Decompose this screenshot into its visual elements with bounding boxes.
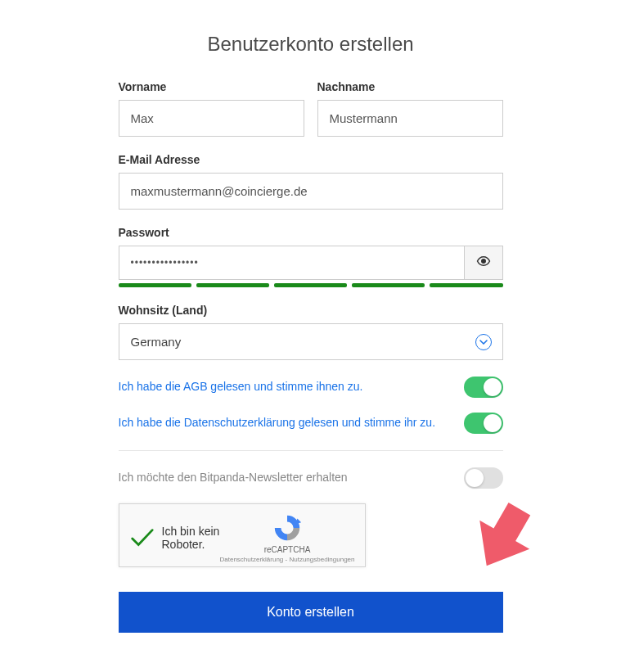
svg-point-0 (481, 259, 485, 264)
agb-toggle-label[interactable]: Ich habe die AGB gelesen und stimme ihne… (119, 379, 448, 395)
email-input[interactable] (119, 173, 503, 210)
agb-toggle[interactable] (464, 377, 503, 398)
recaptcha-logo-icon (272, 512, 303, 543)
lastname-label: Nachname (317, 80, 503, 93)
recaptcha-links[interactable]: Datenschutzerklärung - Nutzungsbedingung… (220, 556, 355, 563)
password-input[interactable] (119, 246, 464, 280)
recaptcha-text: Ich bin kein Roboter. (162, 525, 220, 551)
email-label: E-Mail Adresse (119, 153, 503, 166)
newsletter-toggle-label: Ich möchte den Bitpanda-Newsletter erhal… (119, 470, 448, 486)
eye-icon (476, 254, 491, 272)
privacy-toggle[interactable] (464, 413, 503, 434)
newsletter-toggle[interactable] (464, 467, 503, 489)
recaptcha-widget[interactable]: Ich bin kein Roboter. reCAPTCHA Datensch… (119, 503, 366, 567)
country-select[interactable]: Germany (119, 323, 503, 360)
recaptcha-brand: reCAPTCHA (220, 545, 355, 554)
privacy-toggle-label[interactable]: Ich habe die Datenschutzerklärung gelese… (119, 415, 448, 431)
lastname-input[interactable] (317, 100, 503, 137)
country-label: Wohnsitz (Land) (119, 304, 503, 317)
recaptcha-checkmark-icon (129, 525, 154, 550)
password-strength-meter (119, 283, 503, 287)
password-label: Passwort (119, 226, 503, 239)
create-account-button[interactable]: Konto erstellen (119, 592, 503, 633)
divider (119, 450, 503, 451)
firstname-input[interactable] (119, 100, 304, 137)
toggle-password-visibility-button[interactable] (464, 246, 503, 280)
page-title: Benutzerkonto erstellen (119, 33, 503, 56)
svg-marker-1 (295, 519, 301, 525)
country-selected-value: Germany (119, 323, 503, 360)
firstname-label: Vorname (119, 80, 304, 93)
